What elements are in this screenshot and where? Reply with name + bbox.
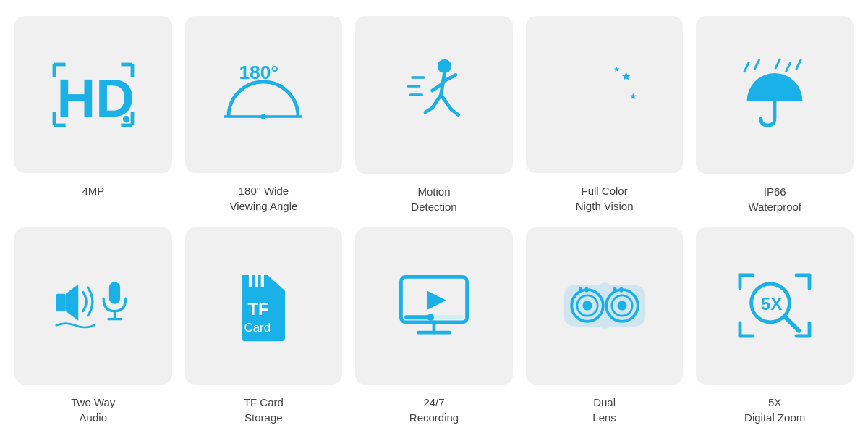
audio-icon [50, 262, 137, 349]
svg-marker-27 [66, 285, 78, 321]
svg-line-22 [755, 60, 760, 69]
tfcard-icon: TF Card [220, 262, 307, 349]
svg-line-13 [451, 109, 459, 114]
svg-text:★: ★ [620, 69, 631, 83]
feature-4mp: HD 4MP [14, 16, 172, 214]
feature-tf-card: TF Card TF CardStorage [185, 227, 343, 426]
svg-text:★: ★ [629, 91, 637, 101]
feature-dual-lens: DualLens [526, 227, 684, 426]
svg-point-7 [438, 59, 451, 72]
svg-text:TF: TF [248, 299, 269, 319]
180-icon: 180° [220, 51, 307, 138]
svg-marker-37 [427, 291, 446, 310]
svg-line-25 [775, 59, 780, 67]
feature-4mp-icon-box: HD [14, 16, 172, 174]
svg-point-42 [427, 314, 434, 322]
feature-digital-zoom-label: 5XDigital Zoom [744, 395, 805, 425]
feature-wide-angle-icon-box: 180° [185, 16, 343, 174]
feature-night-vision-icon-box: ★ ★ ★ [526, 16, 684, 174]
recording-icon [391, 262, 477, 349]
feature-waterproof-icon-box [696, 16, 854, 174]
svg-line-14 [425, 108, 433, 112]
feature-recording-icon-box [355, 227, 513, 385]
svg-point-48 [617, 301, 626, 311]
feature-dual-lens-icon-box [526, 227, 684, 385]
svg-line-11 [441, 95, 451, 109]
waterproof-icon [731, 51, 818, 138]
features-grid: HD 4MP 180° [14, 16, 854, 425]
feature-recording-label: 24/7Recording [409, 395, 459, 425]
feature-two-way-audio: Two WayAudio [14, 227, 172, 426]
svg-point-45 [582, 301, 592, 311]
feature-tf-card-icon-box: TF Card [185, 227, 343, 385]
feature-digital-zoom-icon-box: 5X [696, 227, 854, 385]
feature-motion-detection: MotionDetection [355, 16, 513, 214]
svg-line-23 [786, 62, 791, 71]
duallens-icon [561, 262, 648, 349]
feature-4mp-label: 4MP [82, 183, 104, 198]
feature-waterproof-label: IP66Waterproof [748, 184, 801, 214]
feature-two-way-audio-icon-box [14, 227, 172, 385]
svg-rect-50 [584, 287, 587, 293]
feature-night-vision: ★ ★ ★ Full ColorNigth Vision [526, 16, 684, 214]
svg-line-21 [744, 62, 749, 71]
svg-text:5X: 5X [761, 294, 782, 314]
svg-rect-26 [56, 294, 66, 311]
feature-motion-detection-label: MotionDetection [411, 184, 456, 214]
svg-line-12 [433, 95, 441, 108]
svg-text:Card: Card [244, 321, 271, 335]
svg-rect-49 [579, 287, 582, 293]
feature-tf-card-label: TF CardStorage [244, 395, 284, 425]
feature-two-way-audio-label: Two WayAudio [71, 395, 115, 425]
svg-point-6 [261, 114, 266, 119]
zoom-icon: 5X [731, 262, 818, 349]
feature-wide-angle: 180° 180° WideViewing Angle [185, 16, 343, 214]
svg-point-1 [123, 115, 130, 122]
feature-motion-detection-icon-box [355, 16, 513, 174]
svg-line-24 [796, 60, 801, 69]
motion-icon [391, 51, 477, 138]
svg-rect-41 [404, 315, 430, 319]
svg-rect-28 [109, 282, 120, 305]
feature-dual-lens-label: DualLens [592, 395, 616, 425]
feature-digital-zoom: 5X 5XDigital Zoom [696, 227, 854, 426]
feature-wide-angle-label: 180° WideViewing Angle [229, 183, 297, 214]
svg-text:★: ★ [613, 64, 620, 72]
feature-waterproof: IP66Waterproof [696, 16, 854, 214]
svg-line-54 [786, 317, 799, 331]
svg-text:180°: 180° [239, 62, 279, 83]
feature-night-vision-label: Full ColorNigth Vision [576, 183, 634, 214]
feature-recording: 24/7Recording [355, 227, 513, 426]
svg-rect-51 [613, 287, 616, 293]
svg-rect-52 [619, 287, 622, 293]
night-icon: ★ ★ ★ [561, 51, 648, 138]
hd-icon: HD [50, 51, 137, 138]
